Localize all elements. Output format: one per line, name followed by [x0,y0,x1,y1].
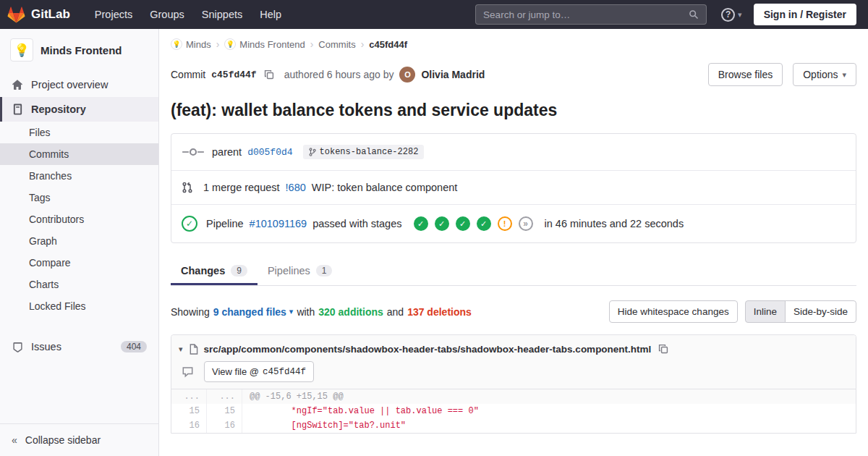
copy-path-button[interactable] [657,342,670,355]
collapse-icon: « [12,434,17,446]
sidebar-project-header[interactable]: 💡 Minds Frontend [0,29,158,72]
sidebar-item-compare[interactable]: Compare [0,252,158,274]
hunk-header-text: @@ -15,6 +15,15 @@ [242,389,856,404]
parent-sha-link[interactable]: d005f0d4 [247,147,292,158]
project-name: Minds Frontend [41,44,122,56]
additions-count: 320 additions [318,306,383,318]
chevron-right-icon: › [361,38,365,50]
new-line-number[interactable]: 16 [207,418,242,433]
project-mini-avatar: 💡 [224,38,236,50]
project-avatar: 💡 [10,38,33,62]
pipeline-status-text: passed with stages [312,218,401,229]
hide-whitespace-button[interactable]: Hide whitespace changes [609,300,738,323]
stage-success-icon[interactable]: ✓ [414,216,428,231]
search-icon[interactable] [689,9,699,20]
pipeline-status-icon[interactable]: ✓ [182,216,197,232]
old-line-number[interactable]: 15 [171,404,207,418]
breadcrumb-label: Commits [318,39,355,50]
breadcrumb-label: Minds Frontend [239,39,305,50]
merge-request-row: 1 merge request !680 WIP: token balance … [171,170,856,204]
tab-changes[interactable]: Changes 9 [171,256,258,285]
commit-graph-icon [182,147,205,157]
chevron-right-icon: › [310,38,314,50]
nav-groups[interactable]: Groups [141,0,193,29]
branch-name: tokens-balance-2282 [320,147,419,157]
side-by-side-view-button[interactable]: Side-by-side [785,300,856,323]
breadcrumb-project[interactable]: 💡 Minds Frontend [224,38,305,50]
sidebar-item-locked-files[interactable]: Locked Files [0,295,158,317]
sidebar-item-branches[interactable]: Branches [0,165,158,187]
branch-ref-badge[interactable]: tokens-balance-2282 [303,145,425,159]
new-line-number[interactable]: ... [207,389,242,404]
tanuki-icon [7,6,25,23]
options-dropdown-button[interactable]: Options ▾ [793,63,856,86]
sidebar-item-graph[interactable]: Graph [0,230,158,252]
old-line-number[interactable]: 16 [171,418,207,433]
options-label: Options [803,69,838,80]
new-line-number[interactable]: 15 [207,404,242,418]
stage-success-icon[interactable]: ✓ [477,216,491,231]
code-line: *ngIf="tab.value || tab.value === 0" [242,404,856,418]
view-file-button[interactable]: View file @ c45fd44f [204,361,314,382]
browse-files-button[interactable]: Browse files [708,63,783,86]
sidebar-item-issues[interactable]: Issues 404 [0,334,158,359]
home-icon [12,79,23,90]
author-avatar[interactable]: O [399,67,415,83]
sidebar-item-files[interactable]: Files [0,122,158,143]
commit-sha: c45fd44f [211,69,256,80]
toggle-comments-button[interactable] [180,365,195,379]
nav-snippets[interactable]: Snippets [193,0,251,29]
author-name[interactable]: Olivia Madrid [421,69,485,80]
sidebar-item-project-overview[interactable]: Project overview [0,72,158,97]
commit-info-box: parent d005f0d4 tokens-balance-2282 [171,133,856,243]
diff-line-row: 15 15 *ngIf="tab.value || tab.value === … [171,404,856,418]
main-content: 💡 Minds › 💡 Minds Frontend › Commits › c… [159,29,868,456]
commit-header-actions: Browse files Options ▾ [708,63,856,86]
commit-tabs: Changes 9 Pipelines 1 [171,256,856,286]
old-line-number[interactable]: ... [171,389,207,404]
pipeline-duration: in 46 minutes and 22 seconds [545,218,684,229]
collapse-sidebar-button[interactable]: « Collapse sidebar [0,423,158,456]
inline-view-button[interactable]: Inline [745,300,786,323]
sign-in-button[interactable]: Sign in / Register [754,4,856,25]
tab-pipelines[interactable]: Pipelines 1 [258,256,343,285]
question-icon: ? [721,8,735,22]
pipelines-count-badge: 1 [316,265,333,276]
merge-request-count: 1 merge request [203,182,280,193]
copy-sha-button[interactable] [263,68,276,81]
collapse-diff-icon[interactable]: ▾ [179,345,183,354]
stage-success-icon[interactable]: ✓ [435,216,449,231]
parent-label: parent [212,146,242,158]
chevron-down-icon: ▾ [738,10,742,20]
view-file-label: View file @ [212,366,259,377]
breadcrumb-current-sha: c45fd44f [369,39,407,50]
diff-table: ... ... @@ -15,6 +15,15 @@ 15 15 *ngIf="… [171,389,856,433]
search-input[interactable] [483,9,689,20]
sidebar-item-tags[interactable]: Tags [0,187,158,208]
stage-warning-icon[interactable]: ! [498,216,512,231]
sidebar-item-charts[interactable]: Charts [0,274,158,295]
diff-file-header: ▾ src/app/common/components/shadowbox-he… [171,335,856,389]
breadcrumb-commits[interactable]: Commits [318,39,355,50]
chevron-right-icon: › [216,38,220,50]
branch-icon [309,148,316,156]
diff-file-path[interactable]: src/app/common/components/shadowbox-head… [204,344,652,355]
changed-files-dropdown[interactable]: 9 changed files ▾ [213,306,294,318]
and-label: and [387,306,404,318]
nav-help[interactable]: Help [251,0,290,29]
nav-projects[interactable]: Projects [86,0,141,29]
gitlab-logo[interactable]: GitLab [7,6,70,23]
help-dropdown[interactable]: ? ▾ [721,8,742,22]
sidebar-item-contributors[interactable]: Contributors [0,208,158,230]
merge-request-link[interactable]: !680 [286,182,306,193]
breadcrumb-group[interactable]: 💡 Minds [171,38,211,50]
stage-success-icon[interactable]: ✓ [456,216,470,231]
sidebar-item-label: Issues [31,341,61,352]
stage-skipped-icon[interactable]: » [519,216,533,231]
pipeline-row: ✓ Pipeline #101091169 passed with stages… [171,204,856,242]
sidebar-item-repository[interactable]: Repository [0,97,158,122]
search-box[interactable] [475,4,707,25]
diff-line-row: 16 16 [ngSwitch]="tab?.unit" [171,418,856,433]
sidebar-item-commits[interactable]: Commits [0,143,158,165]
pipeline-link[interactable]: #101091169 [250,218,307,229]
